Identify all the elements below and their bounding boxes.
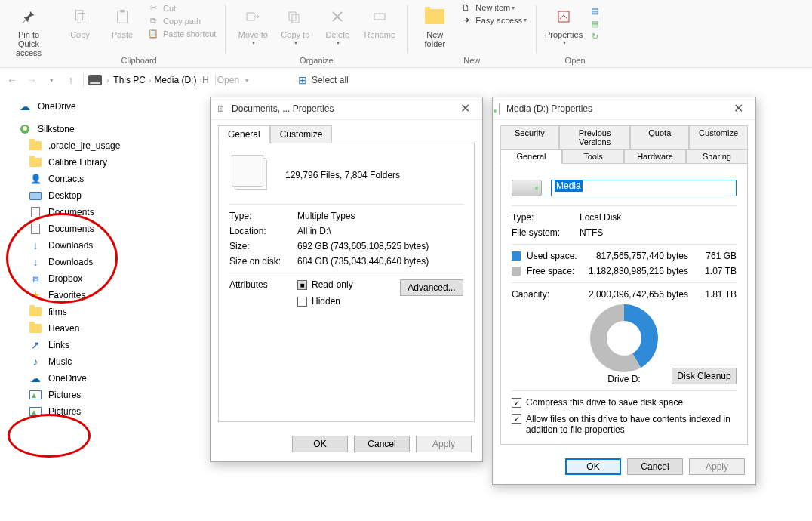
open-mini-icon: ▤ (588, 6, 601, 16)
tab-tools[interactable]: Tools (562, 149, 624, 164)
tree-dropbox[interactable]: ⧈Dropbox (3, 270, 184, 287)
move-to-button[interactable]: Move to▾ (232, 2, 274, 46)
easy-access-icon: ➜ (459, 15, 472, 25)
tab-quota[interactable]: Quota (630, 125, 689, 150)
tree-contacts[interactable]: 👤Contacts (3, 171, 184, 187)
paste-shortcut-button[interactable]: 📋Paste shortcut (143, 27, 219, 40)
copy-path-button[interactable]: ⧉Copy path (143, 14, 219, 27)
docprops-tab-customize[interactable]: Customize (270, 125, 333, 143)
move-to-icon (245, 5, 261, 29)
tree-downloads-1[interactable]: ↓Downloads (3, 237, 184, 254)
pictures-icon (29, 390, 42, 399)
tree-downloads-2[interactable]: ↓Downloads (3, 254, 184, 270)
tab-hardware[interactable]: Hardware (624, 149, 686, 164)
driveprops-titlebar[interactable]: Media (D:) Properties ✕ (493, 97, 755, 120)
open-mini-button[interactable]: ▤ (585, 5, 607, 17)
free-space-swatch (512, 267, 521, 276)
tab-security[interactable]: Security (500, 125, 559, 150)
tree-pictures-1[interactable]: Pictures (3, 387, 184, 403)
drive-name-input[interactable]: Media (551, 180, 737, 196)
forward-button[interactable]: → (24, 74, 39, 86)
disk-cleanup-button[interactable]: Disk Cleanup (672, 368, 737, 384)
ribbon-group-open: Properties▾ ▤ ▤ ↻ Open (538, 2, 612, 67)
advanced-button[interactable]: Advanced... (400, 279, 463, 296)
recent-dropdown[interactable]: ▾ (44, 76, 59, 84)
new-folder-button[interactable]: New folder (414, 2, 456, 48)
drive-title-icon (499, 103, 500, 114)
driveprops-ok-button[interactable]: OK (565, 458, 621, 475)
breadcrumb-this-pc[interactable]: This PC (113, 75, 146, 85)
docprops-summary: 129,796 Files, 7,804 Folders (285, 170, 400, 180)
docprops-ok-button[interactable]: OK (292, 436, 348, 452)
copy-to-button[interactable]: Copy to▾ (274, 2, 316, 46)
tree-films[interactable]: films (3, 304, 184, 320)
tree-onedrive-sub[interactable]: ☁OneDrive (3, 370, 184, 387)
tree-links[interactable]: ↗Links (3, 337, 184, 353)
tab-sharing[interactable]: Sharing (686, 149, 748, 164)
delete-button[interactable]: Delete▾ (316, 2, 358, 46)
driveprops-close-button[interactable]: ✕ (727, 101, 749, 116)
docprops-files-icon (237, 160, 267, 190)
used-bytes: 817,565,757,440 bytes (587, 251, 697, 261)
history-mini-button[interactable]: ↻ (585, 30, 607, 43)
documents-icon (29, 207, 42, 217)
easy-access-button[interactable]: ➜Easy access▾ (456, 14, 530, 26)
annotation-oval-pics (8, 414, 91, 458)
docprops-tab-general[interactable]: General (218, 125, 270, 143)
index-checkbox[interactable]: ✓Allow files on this drive to have conte… (512, 414, 737, 435)
tree-music[interactable]: ♪Music (3, 353, 184, 370)
pin-to-quick-access-button[interactable]: Pin to Quick access (8, 2, 50, 57)
tree-pictures-2[interactable]: Pictures (3, 403, 184, 420)
edit-mini-button[interactable]: ▤ (585, 17, 607, 30)
rename-button[interactable]: Rename (358, 2, 401, 39)
tree-user[interactable]: Silkstone (3, 121, 184, 137)
breadcrumb-media-d[interactable]: Media (D:) (154, 75, 196, 85)
docprops-cancel-button[interactable]: Cancel (354, 436, 410, 452)
copy-button[interactable]: Copy (59, 2, 101, 39)
compress-checkbox[interactable]: ✓Compress this drive to save disk space (512, 397, 737, 408)
docprops-close-button[interactable]: ✕ (454, 101, 476, 116)
svg-rect-0 (76, 11, 83, 20)
back-button[interactable]: ← (5, 74, 20, 86)
free-tb: 1.07 TB (697, 266, 737, 276)
tree-documents-2[interactable]: Documents (3, 220, 184, 237)
up-button[interactable]: ↑ (63, 74, 78, 86)
properties-button[interactable]: Properties▾ (543, 2, 585, 46)
paste-icon (114, 5, 131, 29)
tree-desktop[interactable]: Desktop (3, 187, 184, 204)
tree-favorites[interactable]: ★Favorites (3, 287, 184, 304)
breadcrumb: This PC › Media (D:) › (113, 75, 201, 85)
tab-general[interactable]: General (500, 149, 562, 164)
driveprops-cancel-button[interactable]: Cancel (627, 458, 683, 475)
ribbon-group-new: New folder 🗋New item▾ ➜Easy access▾ New (409, 2, 534, 67)
open-dropdown-stub[interactable]: Open (217, 75, 239, 85)
tree-calibre[interactable]: Calibre Library (3, 154, 184, 171)
docprops-titlebar[interactable]: 🗎 Documents, ... Properties ✕ (211, 97, 482, 120)
tree-documents-1[interactable]: Documents (3, 204, 184, 220)
ribbon-group-organize: Move to▾ Copy to▾ Delete▾ Rename Organiz… (227, 2, 405, 67)
drive-icon (88, 75, 102, 85)
tree-oracle[interactable]: .oracle_jre_usage (3, 137, 184, 154)
select-all-button[interactable]: ⊞ Select all (298, 74, 349, 86)
new-item-button[interactable]: 🗋New item▾ (456, 2, 530, 14)
tab-customize[interactable]: Customize (689, 125, 748, 150)
group-label-clipboard: Clipboard (59, 54, 219, 66)
path-icon: ⧉ (146, 16, 160, 26)
scissors-icon: ✂ (146, 3, 160, 13)
driveprops-apply-button[interactable]: Apply (689, 458, 745, 475)
tree-heaven[interactable]: Heaven (3, 320, 184, 337)
tab-previous-versions[interactable]: Previous Versions (559, 125, 631, 150)
docprops-apply-button[interactable]: Apply (416, 436, 472, 452)
link-icon: ↗ (29, 339, 42, 351)
tree-onedrive[interactable]: ☁OneDrive (3, 98, 184, 115)
cut-button[interactable]: ✂Cut (143, 2, 219, 14)
cap-bytes: 2,000,396,742,656 bytes (587, 289, 697, 300)
readonly-checkbox[interactable]: ■Read-only (297, 279, 400, 290)
hidden-checkbox[interactable]: Hidden (297, 296, 400, 307)
group-label-open: Open (543, 54, 607, 66)
download-icon: ↓ (29, 256, 42, 268)
paste-button[interactable]: Paste (101, 2, 143, 39)
checkbox-box-filled: ■ (297, 280, 307, 290)
cap-tb: 1.81 TB (697, 289, 737, 300)
ribbon-group-pin: Pin to Quick access (3, 2, 54, 67)
